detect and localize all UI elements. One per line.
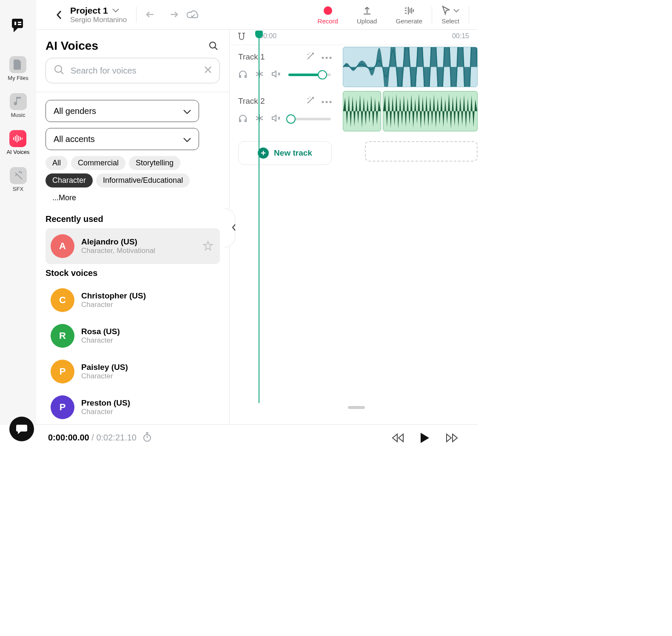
chip-informative[interactable]: Informative/Educational <box>96 173 190 187</box>
more-icon[interactable] <box>322 53 332 61</box>
audio-clip[interactable] <box>343 47 478 87</box>
new-track-button[interactable]: + New track <box>238 141 332 165</box>
playhead-line <box>259 37 259 403</box>
search-box[interactable] <box>46 58 220 83</box>
collapse-panel-button[interactable] <box>230 208 238 247</box>
nav-label: AI Voices <box>6 149 29 155</box>
search-input[interactable] <box>71 66 204 76</box>
redo-button[interactable] <box>166 9 178 21</box>
svg-rect-7 <box>18 136 19 141</box>
clear-icon[interactable] <box>204 66 212 75</box>
voice-row[interactable]: C Christopher (US) Character <box>46 282 220 318</box>
action-label: Generate <box>396 17 422 25</box>
chevron-down-icon[interactable] <box>112 7 119 14</box>
audio-clip[interactable] <box>343 91 381 131</box>
clip-region[interactable] <box>340 89 478 133</box>
nav-my-files[interactable]: My Files <box>8 56 28 81</box>
nav-ai-voices[interactable]: AI Voices <box>6 130 29 155</box>
voice-row[interactable]: R Rosa (US) Character <box>46 318 220 354</box>
timeline-area: 00:00 00:15 Track 1 <box>230 30 478 412</box>
app-logo[interactable] <box>9 17 27 35</box>
cursor-icon <box>441 5 459 16</box>
project-title: Project 1 <box>70 6 108 16</box>
mute-icon[interactable] <box>271 114 281 124</box>
forward-button[interactable] <box>444 430 460 446</box>
generate-icon <box>404 5 415 16</box>
chip-character[interactable]: Character <box>46 173 93 187</box>
search-toggle[interactable] <box>207 40 220 52</box>
empty-clip-placeholder[interactable] <box>365 141 478 162</box>
chip-all[interactable]: All <box>46 156 68 170</box>
voice-row[interactable]: P Preston (US) Character <box>46 389 220 425</box>
voice-name: Rosa (US) <box>81 327 215 336</box>
svg-point-13 <box>55 65 62 72</box>
clip-region[interactable] <box>340 45 478 89</box>
svg-point-11 <box>324 6 332 15</box>
user-name: Sergio Montanino <box>70 16 127 24</box>
select-tool-button[interactable]: Select <box>441 5 459 25</box>
new-track-label: New track <box>274 148 312 158</box>
avatar: P <box>51 360 74 383</box>
svg-point-19 <box>330 101 332 103</box>
back-button[interactable] <box>53 9 65 21</box>
play-button[interactable] <box>417 430 433 446</box>
select-value: All accents <box>54 134 95 144</box>
voice-row-recent[interactable]: A Alejandro (US) Character, Motivational <box>46 228 220 264</box>
volume-slider[interactable] <box>288 118 331 120</box>
favorite-button[interactable] <box>201 239 215 253</box>
nav-music[interactable]: Music <box>10 93 27 118</box>
wand-icon[interactable] <box>306 52 315 62</box>
time-ruler[interactable]: 00:00 00:15 <box>230 30 478 45</box>
chevron-down-icon <box>183 134 191 144</box>
time-mark: 00:15 <box>452 32 469 40</box>
undo-button[interactable] <box>146 9 158 21</box>
headphones-icon[interactable] <box>238 70 248 80</box>
freeze-icon[interactable] <box>255 114 264 124</box>
audio-clip[interactable] <box>383 91 478 131</box>
track-name: Track 2 <box>238 97 265 106</box>
svg-point-16 <box>330 57 332 59</box>
track-row: Track 2 <box>230 89 478 133</box>
accent-select[interactable]: All accents <box>46 128 199 150</box>
cloud-sync-button[interactable] <box>187 9 199 21</box>
upload-icon <box>362 5 372 16</box>
record-icon <box>323 5 333 16</box>
svg-point-10 <box>20 172 22 173</box>
more-icon[interactable] <box>322 97 332 105</box>
voice-row[interactable]: P Paisley (US) Character <box>46 354 220 389</box>
record-button[interactable]: Record <box>318 5 338 25</box>
chip-commercial[interactable]: Commercial <box>71 156 125 170</box>
svg-point-15 <box>326 57 328 59</box>
voices-panel: AI Voices All genders All accents All Co… <box>36 30 230 425</box>
stopwatch-icon[interactable] <box>142 432 152 444</box>
svg-rect-5 <box>15 136 16 141</box>
select-value: All genders <box>54 106 96 116</box>
upload-button[interactable]: Upload <box>357 5 377 25</box>
nav-label: Music <box>11 112 26 118</box>
gender-select[interactable]: All genders <box>46 100 199 122</box>
headphones-icon[interactable] <box>238 114 248 124</box>
panel-title: AI Voices <box>46 39 98 53</box>
header: Project 1 Sergio Montanino Record Upload… <box>36 0 478 30</box>
duration: 0:02:21.10 <box>96 433 137 442</box>
voice-name: Christopher (US) <box>81 291 215 301</box>
svg-rect-8 <box>20 137 21 140</box>
chip-more[interactable]: ...More <box>46 191 83 205</box>
volume-slider[interactable] <box>288 74 331 76</box>
current-time: 0:00:00.00 <box>48 433 89 442</box>
svg-point-17 <box>322 101 324 103</box>
svg-rect-9 <box>22 138 23 139</box>
snap-button[interactable] <box>237 32 246 43</box>
generate-button[interactable]: Generate <box>396 5 422 25</box>
rewind-button[interactable] <box>390 430 405 446</box>
chat-fab[interactable] <box>9 417 34 441</box>
recent-label: Recently used <box>46 214 220 224</box>
horizontal-scrollbar[interactable] <box>348 406 365 409</box>
svg-rect-2 <box>18 22 21 23</box>
mute-icon[interactable] <box>271 70 281 80</box>
freeze-icon[interactable] <box>255 70 264 80</box>
stock-label: Stock voices <box>46 268 220 278</box>
nav-sfx[interactable]: SFX <box>10 167 27 192</box>
chip-storytelling[interactable]: Storytelling <box>129 156 180 170</box>
wand-icon[interactable] <box>306 96 315 106</box>
